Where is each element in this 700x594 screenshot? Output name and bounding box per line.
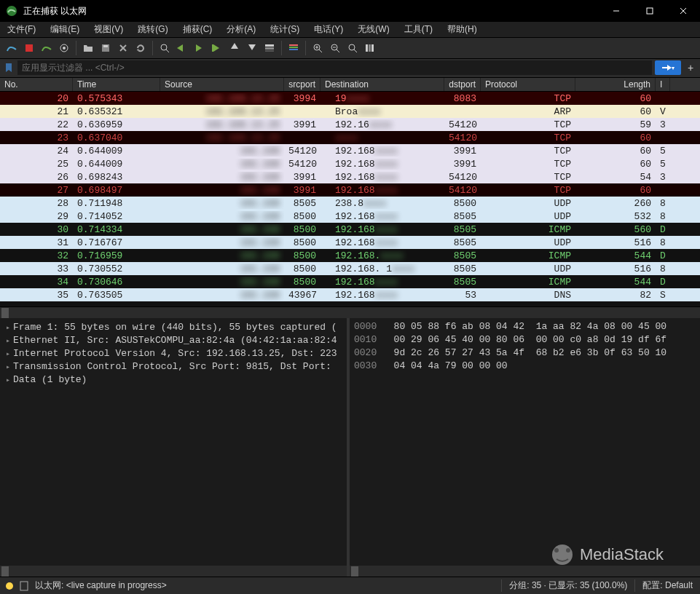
menu-edit[interactable]: 编辑(E) xyxy=(43,23,87,36)
menu-capture[interactable]: 捕获(C) xyxy=(176,23,220,36)
menu-analyze[interactable]: 分析(A) xyxy=(219,23,263,36)
packet-row[interactable]: 280.711948192.1688505238.8xxxx8500UDP260… xyxy=(0,197,700,210)
menu-tools[interactable]: 工具(T) xyxy=(397,23,440,36)
col-length[interactable]: Length xyxy=(575,78,656,92)
svg-point-13 xyxy=(161,44,167,50)
reload-icon[interactable] xyxy=(133,40,149,56)
hex-line[interactable]: 0020 9d 2c 26 57 27 43 5a 4f 68 b2 e6 3b… xyxy=(354,347,696,360)
packet-row[interactable]: 340.730646192.1688500192.168xxxx8505ICMP… xyxy=(0,275,700,288)
packet-row[interactable]: 330.730552192.1688500192.168. 1xxxx8505U… xyxy=(0,262,700,275)
svg-line-35 xyxy=(354,50,357,52)
go-first-icon[interactable] xyxy=(227,40,243,56)
packet-row[interactable]: 350.763505192.16843967192.168xxxx53DNS82… xyxy=(0,288,700,301)
svg-marker-17 xyxy=(213,44,219,52)
col-no[interactable]: No. xyxy=(0,78,73,92)
menu-wireless[interactable]: 无线(W) xyxy=(350,23,396,36)
packet-row[interactable]: 270.698497192.1683991192.168xxxx54120TCP… xyxy=(0,183,700,197)
status-profile[interactable]: 配置: Default xyxy=(634,579,700,592)
menu-statistics[interactable]: 统计(S) xyxy=(263,23,307,36)
packet-row[interactable]: 260.698243192.1683991192.168xxxx54120TCP… xyxy=(0,170,700,183)
filter-bar: ▾ + xyxy=(0,59,700,78)
packet-details-tree[interactable]: ▸Frame 1: 55 bytes on wire (440 bits), 5… xyxy=(0,318,350,566)
menu-telephony[interactable]: 电话(Y) xyxy=(307,23,350,36)
find-packet-icon[interactable] xyxy=(157,40,173,56)
go-forward-icon[interactable] xyxy=(192,40,208,56)
svg-rect-2 xyxy=(647,8,653,14)
packet-row[interactable]: 310.716767192.1688500192.168xxxx8505UDP5… xyxy=(0,236,700,249)
menubar: 文件(F) 编辑(E) 视图(V) 跳转(G) 捕获(C) 分析(A) 统计(S… xyxy=(0,22,700,38)
maximize-button[interactable] xyxy=(633,0,666,22)
svg-marker-19 xyxy=(231,43,238,49)
packet-row[interactable]: 210.635321192.168.13.25BroaxxxxARP60V xyxy=(0,105,700,118)
svg-rect-36 xyxy=(366,44,368,52)
hex-line[interactable]: 0000 80 05 88 f6 ab 08 04 42 1a aa 82 4a… xyxy=(354,321,696,334)
status-bar: 以太网: <live capture in progress> 分组: 35 ·… xyxy=(0,577,700,594)
menu-go[interactable]: 跳转(G) xyxy=(130,23,175,36)
packet-list[interactable]: 200.575343192.168.13.25399419xxxx8083TCP… xyxy=(0,92,700,306)
zoom-out-icon[interactable] xyxy=(327,40,343,56)
packet-row[interactable]: 240.644009192.16854120192.168xxxx3991TCP… xyxy=(0,144,700,157)
capture-options-icon[interactable] xyxy=(56,40,72,56)
packet-row[interactable]: 320.716959192.1688500192.168.xxxx8505ICM… xyxy=(0,249,700,262)
hex-line[interactable]: 0030 04 04 4a 79 00 00 00 xyxy=(354,360,696,373)
go-to-packet-icon[interactable] xyxy=(209,40,225,56)
col-source[interactable]: Source xyxy=(160,78,284,92)
restart-capture-icon[interactable] xyxy=(39,40,55,56)
window-title: 正在捕获 以太网 xyxy=(23,5,599,17)
go-back-icon[interactable] xyxy=(174,40,190,56)
col-time[interactable]: Time xyxy=(73,78,160,92)
tree-item[interactable]: ▸Transmission Control Protocol, Src Port… xyxy=(0,360,347,373)
tree-item[interactable]: ▸Frame 1: 55 bytes on wire (440 bits), 5… xyxy=(0,321,347,334)
col-info[interactable]: I xyxy=(656,78,670,92)
menu-file[interactable]: 文件(F) xyxy=(0,23,43,36)
packet-row[interactable]: 250.644009192.16854120192.168xxxx3991TCP… xyxy=(0,157,700,170)
packet-row[interactable]: 200.575343192.168.13.25399419xxxx8083TCP… xyxy=(0,92,700,105)
save-file-icon[interactable] xyxy=(98,40,114,56)
packet-row[interactable]: 300.714334192.1688500192.168xxxx8505ICMP… xyxy=(0,223,700,236)
filter-bookmark-icon[interactable] xyxy=(3,62,15,74)
packet-row[interactable]: 230.637040192.168.13.25xxxx54120TCP60 xyxy=(0,131,700,144)
close-button[interactable] xyxy=(666,0,700,22)
col-protocol[interactable]: Protocol xyxy=(481,78,575,92)
resize-columns-icon[interactable] xyxy=(362,40,378,56)
minimize-button[interactable] xyxy=(599,0,633,22)
capture-file-icon[interactable] xyxy=(19,581,29,591)
svg-rect-26 xyxy=(289,49,298,50)
svg-line-30 xyxy=(319,50,322,52)
menu-help[interactable]: 帮助(H) xyxy=(440,23,484,36)
watermark: MediaStack xyxy=(549,542,664,568)
tree-item[interactable]: ▸Data (1 byte) xyxy=(0,373,347,387)
filter-apply-button[interactable]: ▾ xyxy=(655,60,681,75)
col-srcport[interactable]: srcport xyxy=(284,78,320,92)
stop-capture-icon[interactable] xyxy=(21,40,37,56)
svg-rect-37 xyxy=(369,44,371,52)
svg-point-44 xyxy=(566,548,570,553)
packet-list-scrollbar[interactable] xyxy=(0,306,700,318)
colorize-icon[interactable] xyxy=(286,40,302,56)
auto-scroll-icon[interactable] xyxy=(261,40,278,56)
packet-row[interactable]: 290.714052192.1688500192.168xxxx8505UDP5… xyxy=(0,210,700,223)
svg-marker-15 xyxy=(177,44,183,52)
filter-add-button[interactable]: + xyxy=(684,61,697,74)
display-filter-input[interactable] xyxy=(17,60,652,75)
menu-view[interactable]: 视图(V) xyxy=(87,23,130,36)
col-destination[interactable]: Destination xyxy=(320,78,444,92)
packet-row[interactable]: 220.636959192.168.13.253991192.16xxxx541… xyxy=(0,118,700,131)
tree-item[interactable]: ▸Internet Protocol Version 4, Src: 192.1… xyxy=(0,347,347,360)
svg-rect-18 xyxy=(212,44,213,52)
zoom-in-icon[interactable] xyxy=(310,40,326,56)
svg-rect-41 xyxy=(20,582,28,590)
open-file-icon[interactable] xyxy=(80,40,96,56)
expert-info-icon[interactable] xyxy=(6,582,13,590)
start-capture-icon[interactable] xyxy=(4,40,20,56)
packet-bytes-hex[interactable]: 0000 80 05 88 f6 ab 08 04 42 1a aa 82 4a… xyxy=(350,318,700,566)
zoom-reset-icon[interactable] xyxy=(345,40,361,56)
col-dstport[interactable]: dstport xyxy=(444,78,481,92)
svg-rect-5 xyxy=(25,44,33,52)
svg-rect-22 xyxy=(265,47,274,50)
close-file-icon[interactable] xyxy=(115,40,131,56)
go-last-icon[interactable] xyxy=(244,40,260,56)
packet-list-header: No. Time Source srcport Destination dstp… xyxy=(0,78,700,92)
hex-line[interactable]: 0010 00 29 06 45 40 00 80 06 00 00 c0 a8… xyxy=(354,334,696,347)
tree-item[interactable]: ▸Ethernet II, Src: ASUSTekCOMPU_aa:82:4a… xyxy=(0,334,347,347)
